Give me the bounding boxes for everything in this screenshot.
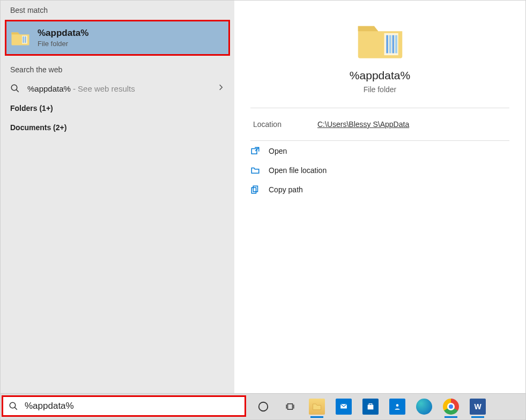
search-icon	[9, 401, 18, 411]
best-match-text: %appdata% File folder	[38, 28, 88, 48]
preview-pane: %appdata% File folder Location C:\Users\…	[234, 1, 525, 394]
location-label: Location	[253, 120, 317, 129]
web-result-subtitle: - See web results	[73, 84, 135, 93]
location-link[interactable]: C:\Users\Blessy S\AppData	[317, 120, 409, 129]
svg-rect-7	[386, 35, 388, 54]
taskbar-app-generic-blue[interactable]	[389, 398, 406, 415]
taskbar: %appdata%	[1, 393, 525, 419]
svg-point-23	[396, 404, 399, 407]
svg-point-15	[10, 402, 16, 408]
svg-rect-1	[23, 36, 24, 43]
svg-rect-8	[389, 35, 391, 54]
open-file-location-action[interactable]: Open file location	[250, 166, 509, 175]
open-label: Open	[269, 147, 287, 155]
search-value: %appdata%	[25, 401, 74, 411]
actions-list: Open Open file location	[234, 141, 525, 200]
taskbar-app-word[interactable]: W	[469, 398, 486, 415]
location-row: Location C:\Users\Blessy S\AppData	[234, 108, 525, 140]
svg-rect-11	[251, 149, 257, 154]
best-match-result[interactable]: %appdata% File folder	[5, 20, 230, 56]
svg-rect-13	[253, 186, 257, 192]
web-result[interactable]: %appdata% - See web results	[1, 78, 234, 99]
best-match-title: %appdata%	[38, 28, 88, 39]
best-match-subtitle: File folder	[38, 40, 88, 48]
taskbar-icons: W	[255, 398, 486, 415]
main-area: Best match %appdata% File folder	[1, 1, 525, 394]
search-web-header: Search the web	[1, 60, 234, 78]
chevron-right-icon	[217, 84, 225, 93]
taskbar-app-mail[interactable]	[335, 398, 352, 415]
taskbar-app-edge[interactable]	[416, 398, 433, 415]
open-icon	[250, 146, 260, 156]
preview-header: %appdata% File folder	[234, 1, 525, 108]
preview-title: %appdata%	[350, 69, 410, 82]
folder-icon	[11, 30, 30, 46]
copy-path-action[interactable]: Copy path	[250, 185, 509, 194]
svg-line-5	[16, 89, 19, 92]
open-action[interactable]: Open	[250, 146, 509, 156]
task-view-icon[interactable]	[281, 398, 299, 415]
documents-filter[interactable]: Documents (2+)	[1, 118, 234, 137]
copy-icon	[250, 185, 260, 194]
web-result-title: %appdata%	[27, 84, 71, 93]
svg-rect-9	[392, 35, 394, 54]
taskbar-app-chrome[interactable]	[442, 398, 460, 415]
open-location-label: Open file location	[269, 166, 327, 175]
taskbar-app-store[interactable]	[362, 398, 379, 415]
folder-icon	[356, 20, 404, 61]
svg-rect-22	[368, 405, 374, 410]
folder-location-icon	[250, 166, 260, 175]
svg-rect-3	[25, 36, 26, 43]
taskbar-app-explorer[interactable]	[308, 398, 325, 415]
windows-search-window: Best match %appdata% File folder	[0, 0, 526, 420]
svg-rect-14	[251, 188, 256, 193]
svg-line-16	[14, 407, 17, 410]
preview-subtitle: File folder	[364, 85, 396, 94]
cortana-icon[interactable]	[255, 398, 272, 415]
svg-rect-2	[24, 36, 25, 43]
search-input[interactable]: %appdata%	[2, 395, 246, 417]
svg-point-17	[259, 402, 268, 411]
folders-filter[interactable]: Folders (1+)	[1, 99, 234, 118]
svg-rect-18	[288, 404, 293, 410]
copy-path-label: Copy path	[269, 185, 303, 194]
svg-rect-10	[395, 35, 397, 54]
svg-point-4	[11, 85, 17, 91]
search-results-pane: Best match %appdata% File folder	[1, 1, 234, 394]
search-icon	[10, 84, 20, 93]
best-match-header: Best match	[1, 1, 234, 19]
